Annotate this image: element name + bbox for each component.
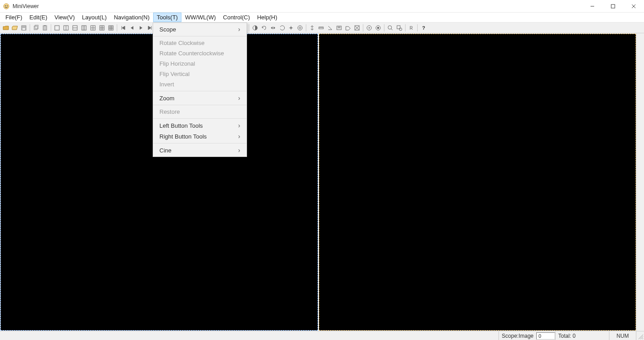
svg-rect-11: [43, 26, 47, 30]
menu-tools[interactable]: Tools(T): [153, 13, 181, 22]
minimize-button[interactable]: [582, 0, 603, 13]
menu-edit[interactable]: Edit(E): [26, 13, 51, 22]
open-file-icon[interactable]: [11, 24, 19, 32]
menuitem-rotate-ccw: Rotate Counterclockwise: [153, 48, 247, 58]
layout-2x2-icon[interactable]: [89, 24, 97, 32]
svg-point-1: [5, 5, 6, 6]
svg-rect-61: [377, 27, 379, 29]
menuitem-zoom[interactable]: Zoom: [153, 93, 247, 103]
status-total: Total: 0: [555, 331, 609, 340]
copy-icon[interactable]: [32, 24, 40, 32]
angle-icon[interactable]: [326, 24, 334, 32]
app-icon: [3, 3, 10, 10]
svg-text:R: R: [410, 26, 413, 31]
layout-2x1-icon[interactable]: [71, 24, 79, 32]
sparkles-icon[interactable]: [287, 24, 295, 32]
toolbar: R ?: [0, 22, 644, 33]
ruler-icon[interactable]: [317, 24, 325, 32]
menu-wwwl[interactable]: WW/WL(W): [181, 13, 220, 22]
menu-file[interactable]: File(F): [2, 13, 26, 22]
layout-3x3-icon[interactable]: [107, 24, 115, 32]
menuitem-scope[interactable]: Scope: [153, 24, 247, 35]
resize-grip-icon[interactable]: [636, 331, 644, 340]
menuitem-invert: Invert: [153, 79, 247, 89]
close-button[interactable]: [623, 0, 644, 13]
svg-rect-13: [55, 26, 59, 30]
open-folder-icon[interactable]: [2, 24, 10, 32]
image-pane-right[interactable]: [319, 34, 636, 331]
nav-first-icon[interactable]: [119, 24, 127, 32]
layout-1x3-icon[interactable]: [80, 24, 88, 32]
menu-bar: File(F) Edit(E) View(V) Layout(L) Naviga…: [0, 13, 644, 22]
svg-rect-4: [611, 4, 615, 8]
menuitem-left-button-tools[interactable]: Left Button Tools: [153, 120, 247, 131]
workspace: [0, 33, 644, 331]
svg-rect-18: [82, 26, 86, 30]
rotate-icon[interactable]: [260, 24, 268, 32]
status-numlock: NUM: [609, 331, 636, 340]
menu-control[interactable]: Control(C): [220, 13, 254, 22]
save-icon[interactable]: [20, 24, 28, 32]
tools-dropdown: Scope Rotate Clockwise Rotate Counterclo…: [153, 22, 247, 157]
target-icon[interactable]: [296, 24, 304, 32]
svg-text:?: ?: [422, 25, 425, 31]
svg-point-47: [299, 27, 301, 29]
svg-rect-8: [22, 28, 25, 30]
layout-1x2-icon[interactable]: [62, 24, 70, 32]
status-scope-value: 0: [536, 332, 555, 340]
paste-icon[interactable]: [41, 24, 49, 32]
svg-line-63: [391, 29, 393, 30]
layout-2x3-icon[interactable]: [98, 24, 106, 32]
nav-prev-icon[interactable]: [128, 24, 136, 32]
svg-rect-9: [34, 26, 37, 30]
menuitem-right-button-tools[interactable]: Right Button Tools: [153, 131, 247, 142]
svg-point-0: [4, 4, 9, 9]
menuitem-rotate-cw: Rotate Clockwise: [153, 38, 247, 48]
zoom-region-icon[interactable]: [395, 24, 403, 32]
nav-next-icon[interactable]: [137, 24, 145, 32]
svg-point-62: [388, 26, 392, 29]
svg-point-46: [298, 26, 302, 30]
menu-help[interactable]: Help(H): [253, 13, 281, 22]
text-note-icon[interactable]: [335, 24, 343, 32]
maximize-button[interactable]: [603, 0, 623, 13]
menuitem-restore: Restore: [153, 107, 247, 117]
status-bar: Scope:Image 0 Total: 0 NUM: [0, 331, 644, 340]
scroll-icon[interactable]: [308, 24, 316, 32]
svg-rect-12: [44, 25, 46, 26]
title-bar: MiniViewer: [0, 0, 644, 13]
stop-icon[interactable]: [374, 24, 382, 32]
layout-1x1-icon[interactable]: [53, 24, 61, 32]
contrast-icon[interactable]: [251, 24, 259, 32]
help-icon[interactable]: ?: [419, 24, 428, 32]
tag-icon[interactable]: [344, 24, 352, 32]
refresh-icon[interactable]: [278, 24, 286, 32]
svg-point-2: [7, 5, 8, 6]
play-icon[interactable]: [365, 24, 373, 32]
menuitem-cine[interactable]: Cine: [153, 145, 247, 156]
menu-navigation[interactable]: Navigation(N): [110, 13, 153, 22]
svg-point-65: [399, 28, 402, 31]
window-title: MiniViewer: [13, 3, 39, 9]
reset-icon[interactable]: R: [407, 24, 415, 32]
lr-arrows-icon[interactable]: [269, 24, 277, 32]
zoom-in-icon[interactable]: [386, 24, 394, 32]
menu-view[interactable]: View(V): [51, 13, 78, 22]
menu-layout[interactable]: Layout(L): [79, 13, 110, 22]
svg-line-70: [642, 338, 643, 339]
vertical-scrollbar[interactable]: [636, 33, 644, 331]
x-box-icon[interactable]: [353, 24, 361, 32]
status-scope-label: Scope:Image: [498, 331, 536, 340]
svg-rect-10: [35, 25, 38, 29]
menuitem-flip-h: Flip Horizonal: [153, 58, 247, 69]
svg-rect-28: [109, 26, 113, 30]
menuitem-flip-v: Flip Vertical: [153, 69, 247, 79]
